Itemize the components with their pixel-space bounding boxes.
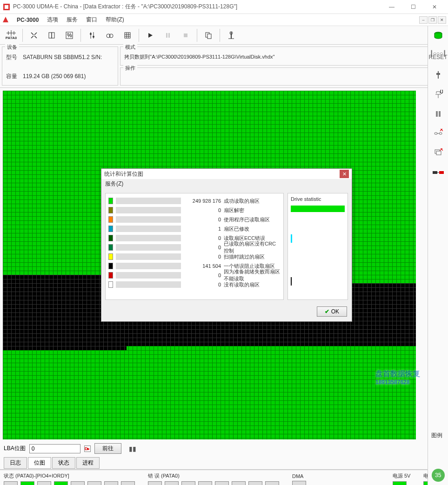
toolbar: PATA0 % (0, 26, 448, 45)
drive-bar-modified (291, 234, 292, 243)
search-button[interactable] (101, 27, 118, 43)
stat-value: 0 (184, 207, 221, 213)
explorer-button[interactable] (223, 27, 240, 43)
sidebar-pause-icon[interactable] (431, 107, 445, 121)
tools-button[interactable] (26, 27, 42, 43)
ok-button[interactable]: ✔OK (317, 306, 347, 317)
goto-button[interactable]: 前往 (94, 443, 121, 454)
mdi-restore-button[interactable]: ❐ (428, 16, 437, 24)
window-titlebar: PC-3000 UDMA-E - China - [Data Extractor… (0, 0, 448, 14)
dialog-close-button[interactable]: ✕ (340, 170, 349, 178)
indicator-led (20, 481, 34, 485)
indicator-led (104, 481, 118, 485)
status-5v-label: 电源 5V (393, 472, 411, 479)
tab-bitmap[interactable]: 位图 (28, 457, 51, 469)
sidebar-layers-icon[interactable]: ✕ (431, 146, 445, 160)
stop-button[interactable] (177, 27, 194, 43)
pause-icon (165, 32, 171, 39)
legend-button[interactable]: 图例 (431, 432, 442, 439)
stat-label: 扇区解密 (224, 207, 281, 214)
mode-legend: 模式 (123, 44, 137, 51)
menu-window[interactable]: 窗口 (82, 14, 101, 25)
tab-process[interactable]: 进程 (76, 457, 100, 469)
window-minimize-button[interactable]: — (381, 0, 402, 13)
indicator: UNC (165, 481, 179, 485)
mode-fieldset: 模式 拷贝数据到''A:\PC3000\20190809-PS3111-128G… (120, 47, 446, 66)
svg-text:✕: ✕ (439, 129, 443, 133)
indicator: INF (198, 481, 212, 485)
statistics-list: 249 928 176 成功读取的扇区 0 扇区解密 0 使用程序已读取扇区 1… (105, 193, 284, 300)
menu-help[interactable]: 帮助(Z) (102, 14, 127, 25)
sidebar-tool2-icon[interactable]: 0 (431, 87, 445, 101)
menu-options[interactable]: 选项 (43, 14, 62, 25)
mdi-minimize-button[interactable]: – (419, 16, 428, 24)
sidebar-tool1-icon[interactable] (431, 68, 445, 82)
params-icon (88, 31, 96, 40)
passport-button[interactable] (43, 27, 60, 43)
binoculars-icon (106, 31, 114, 40)
sidebar-connect-icon[interactable] (431, 166, 445, 179)
copy-button[interactable] (200, 27, 217, 43)
play-icon (147, 32, 154, 39)
params-button[interactable] (84, 27, 100, 43)
svg-rect-21 (166, 33, 167, 38)
lba-marker-icon[interactable]: D▸ (84, 445, 91, 452)
tab-status[interactable]: 状态 (52, 457, 75, 469)
indicator: DSC (54, 481, 68, 485)
indicator: 5V (393, 481, 407, 485)
stat-row: 0 扇区解密 (108, 206, 281, 215)
tools-icon (30, 31, 38, 40)
dialog-titlebar: 统计和计算位图 ✕ (101, 169, 352, 179)
dialog-menu-service[interactable]: 服务(Z) (101, 179, 352, 189)
indicator-led (4, 481, 18, 485)
menu-service[interactable]: 服务 (63, 14, 81, 25)
device-model: SATABURN SB SBBM51.2 S/N: (23, 54, 102, 60)
lba-label: LBA位图 (4, 445, 26, 452)
pause-button[interactable] (160, 27, 176, 43)
stat-bar (116, 244, 181, 251)
svg-rect-31 (436, 73, 440, 75)
percent-button[interactable]: % (61, 27, 78, 43)
window-close-button[interactable]: ✕ (424, 0, 445, 13)
device-capacity: 119.24 GB (250 069 681) (23, 73, 86, 80)
tab-log[interactable]: 日志 (4, 457, 27, 469)
sidebar-reset-button[interactable]: ┃○○○┃RESET (431, 48, 445, 62)
window-maximize-button[interactable]: ☐ (402, 0, 424, 13)
stat-swatch (108, 226, 113, 232)
sidebar-drive-icon[interactable] (431, 29, 445, 43)
stat-row: 0 使用程序已读取扇区 (108, 215, 281, 224)
watermark-text: 盘首数据恢复 18913587628 (375, 369, 420, 385)
port-button[interactable]: PATA0 (3, 27, 20, 43)
indicator-led (248, 481, 262, 485)
stat-bar (116, 226, 181, 232)
indicator: BBK (148, 481, 162, 485)
svg-rect-42 (433, 171, 437, 174)
stat-bar (116, 216, 181, 223)
indicator-led (37, 481, 51, 485)
indicator-led (165, 481, 179, 485)
mode-text: 拷贝数据到''A:\PC3000\20190809-PS3111-128G\Vi… (124, 53, 442, 60)
mdi-close-button[interactable]: ✕ (438, 16, 446, 24)
svg-rect-25 (207, 34, 211, 39)
app-icon (3, 3, 10, 11)
menubar: PC-3000 选项 服务 窗口 帮助(Z) – ❐ ✕ (0, 14, 448, 26)
indicator: CRR (87, 481, 101, 485)
stat-row: 1 扇区已修改 (108, 224, 281, 233)
dialog-title: 统计和计算位图 (104, 170, 143, 178)
stat-value: 249 928 176 (184, 198, 221, 204)
status-pata-label: 状态 (PATA0)-[PIO4+IORDY] (4, 472, 135, 479)
stat-swatch (108, 272, 113, 279)
sidebar-badge-icon[interactable]: 35 (431, 468, 445, 482)
indicator: ERR (121, 481, 135, 485)
stat-label: 因为准备就绪失败而扇区不能读取 (224, 268, 281, 282)
menu-app[interactable]: PC-3000 (13, 15, 42, 25)
stat-row: 0 扫描时跳过的扇区 (108, 252, 281, 261)
lba-input[interactable] (29, 444, 80, 453)
play-button[interactable] (142, 27, 159, 43)
map-button[interactable] (119, 27, 136, 43)
stat-label: 扇区已修改 (224, 226, 281, 233)
svg-rect-7 (52, 33, 54, 38)
explorer-icon (227, 31, 235, 40)
stat-swatch (108, 253, 113, 260)
sidebar-chain-icon[interactable]: ✕ (431, 126, 445, 140)
